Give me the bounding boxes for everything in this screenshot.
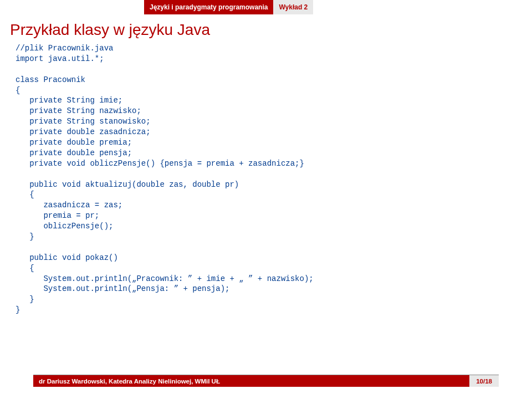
code-line: public void pokaz() bbox=[16, 253, 118, 262]
code-line: { bbox=[16, 264, 34, 273]
slide-page: Języki i paradygmaty programowania Wykła… bbox=[0, 0, 532, 399]
footer-page-number: 10/18 bbox=[469, 375, 499, 387]
code-line: private double pensja; bbox=[16, 149, 132, 157]
code-line: premia = pr; bbox=[16, 211, 99, 220]
code-line: { bbox=[16, 86, 20, 95]
code-line: obliczPensje(); bbox=[16, 222, 113, 231]
code-line: private String stanowisko; bbox=[16, 117, 151, 126]
code-line: { bbox=[16, 190, 34, 199]
code-line: import java.util.*; bbox=[16, 54, 104, 63]
code-line: private String nazwisko; bbox=[16, 106, 141, 115]
code-line: } bbox=[16, 232, 34, 241]
code-line: private void obliczPensje() {pensja = pr… bbox=[16, 159, 304, 168]
header-lecture: Wykład 2 bbox=[273, 0, 313, 14]
header-bar: Języki i paradygmaty programowania Wykła… bbox=[144, 0, 532, 14]
code-line: System.out.println(„Pensja: ” + pensja); bbox=[16, 284, 229, 293]
code-line: private String imie; bbox=[16, 96, 122, 105]
code-line: //plik Pracownik.java bbox=[16, 44, 113, 53]
code-line: } bbox=[16, 305, 20, 314]
code-line: zasadnicza = zas; bbox=[16, 201, 122, 209]
slide-title: Przykład klasy w języku Java bbox=[10, 21, 532, 39]
code-line: private double premia; bbox=[16, 138, 132, 147]
footer-bar: dr Dariusz Wardowski, Katedra Analizy Ni… bbox=[0, 375, 532, 387]
footer-author: dr Dariusz Wardowski, Katedra Analizy Ni… bbox=[33, 375, 469, 387]
code-line: } bbox=[16, 295, 34, 304]
code-block: //plik Pracownik.java import java.util.*… bbox=[16, 43, 532, 315]
header-course: Języki i paradygmaty programowania bbox=[144, 0, 273, 14]
code-line: public void aktualizuj(double zas, doubl… bbox=[16, 180, 239, 189]
code-line: System.out.println(„Pracownik: ” + imie … bbox=[16, 274, 314, 283]
code-line: private double zasadnicza; bbox=[16, 127, 151, 136]
code-line: class Pracownik bbox=[16, 75, 85, 84]
